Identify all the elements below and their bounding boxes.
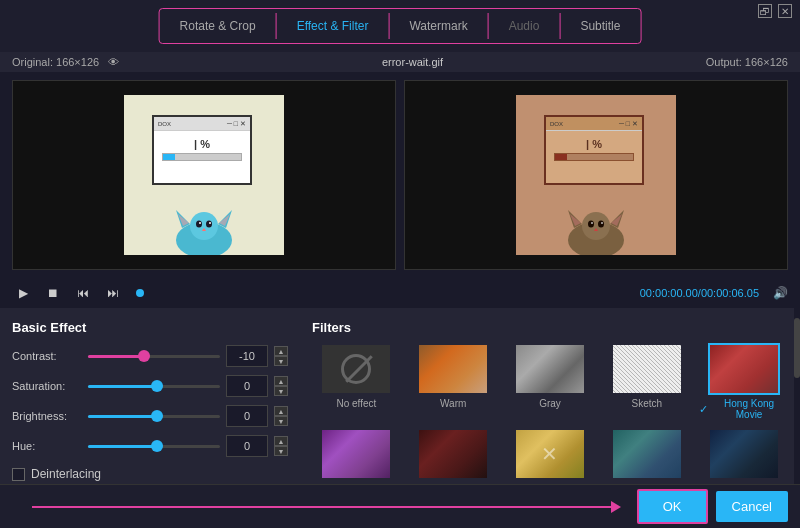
contrast-label: Contrast:: [12, 350, 82, 362]
filter-thumb-blue-dark[interactable]: [708, 428, 780, 480]
window-box-original: DOX ─ □ ✕ | %: [152, 115, 252, 185]
brightness-up[interactable]: ▲: [274, 406, 288, 416]
filename-label: error-wait.gif: [382, 56, 443, 68]
hue-row: Hue: ▲ ▼: [12, 435, 288, 457]
filter-sketch[interactable]: Sketch: [602, 343, 691, 420]
info-bar: Original: 166×126 👁 error-wait.gif Outpu…: [0, 52, 800, 72]
filter-hong-kong[interactable]: ✓ Hong Kong Movie: [699, 343, 788, 420]
filter-dark-red[interactable]: [409, 428, 498, 483]
svg-point-20: [601, 222, 603, 224]
close-button[interactable]: ✕: [778, 4, 792, 18]
filter-label-hong-kong: Hong Kong Movie: [710, 398, 788, 420]
svg-point-6: [196, 221, 202, 228]
brightness-down[interactable]: ▼: [274, 416, 288, 426]
filters-grid: No effect Warm Gray: [312, 343, 788, 483]
tab-effect-filter[interactable]: Effect & Filter: [277, 13, 390, 39]
filter-thumb-purple[interactable]: [320, 428, 392, 480]
tab-subtitle[interactable]: Subtitle: [560, 13, 640, 39]
arrow-line: [12, 501, 629, 513]
contrast-slider[interactable]: [88, 348, 220, 364]
tab-watermark[interactable]: Watermark: [389, 13, 488, 39]
filter-thumb-hong-kong[interactable]: [708, 343, 780, 395]
filter-purple[interactable]: [312, 428, 401, 483]
original-frame: DOX ─ □ ✕ | %: [124, 95, 284, 255]
saturation-row: Saturation: ▲ ▼: [12, 375, 288, 397]
filter-thumb-teal[interactable]: [611, 428, 683, 480]
saturation-down[interactable]: ▼: [274, 386, 288, 396]
contrast-value[interactable]: [226, 345, 268, 367]
svg-point-9: [209, 222, 211, 224]
filter-label-gray: Gray: [539, 398, 561, 409]
brightness-value[interactable]: [226, 405, 268, 427]
filtered-preview: DOX ─ □ ✕ | %: [404, 80, 788, 270]
hue-value[interactable]: [226, 435, 268, 457]
stop-button[interactable]: ⏹: [42, 282, 64, 304]
filter-no-effect[interactable]: No effect: [312, 343, 401, 420]
svg-point-17: [588, 221, 594, 228]
eye-icon[interactable]: 👁: [108, 56, 119, 68]
filter-cross[interactable]: [506, 428, 595, 483]
filter-thumb-cross[interactable]: [514, 428, 586, 480]
saturation-spinner[interactable]: ▲ ▼: [274, 376, 288, 396]
filter-label-sketch: Sketch: [632, 398, 663, 409]
brightness-spinner[interactable]: ▲ ▼: [274, 406, 288, 426]
filter-thumb-no-effect[interactable]: [320, 343, 392, 395]
filter-thumb-gray[interactable]: [514, 343, 586, 395]
filter-thumb-dark-red[interactable]: [417, 428, 489, 480]
hue-slider[interactable]: [88, 438, 220, 454]
saturation-label: Saturation:: [12, 380, 82, 392]
arrow-head: [611, 501, 621, 513]
progress-dot[interactable]: [136, 289, 144, 297]
hue-down[interactable]: ▼: [274, 446, 288, 456]
svg-point-7: [206, 221, 212, 228]
cancel-button[interactable]: Cancel: [716, 491, 788, 522]
saturation-value[interactable]: [226, 375, 268, 397]
filter-label-no-effect: No effect: [336, 398, 376, 409]
filter-warm[interactable]: Warm: [409, 343, 498, 420]
tab-audio: Audio: [489, 13, 561, 39]
svg-point-8: [199, 222, 201, 224]
prev-frame-button[interactable]: ⏮: [72, 282, 94, 304]
bottom-action-bar: OK Cancel: [0, 484, 800, 528]
hue-up[interactable]: ▲: [274, 436, 288, 446]
next-frame-button[interactable]: ⏭: [102, 282, 124, 304]
hue-spinner[interactable]: ▲ ▼: [274, 436, 288, 456]
filter-blue-dark[interactable]: [699, 428, 788, 483]
controls-bar: ▶ ⏹ ⏮ ⏭ 00:00:00.00/00:00:06.05 🔊: [0, 278, 800, 308]
svg-point-16: [582, 212, 610, 240]
play-button[interactable]: ▶: [12, 282, 34, 304]
contrast-spinner[interactable]: ▲ ▼: [274, 346, 288, 366]
filter-label-warm: Warm: [440, 398, 466, 409]
title-bar: 🗗 ✕: [750, 0, 800, 22]
scroll-thumb[interactable]: [794, 318, 800, 378]
main-area: Original: 166×126 👁 error-wait.gif Outpu…: [0, 52, 800, 528]
filter-thumb-warm[interactable]: [417, 343, 489, 395]
cat-svg-filtered: [556, 200, 636, 255]
svg-point-19: [591, 222, 593, 224]
saturation-up[interactable]: ▲: [274, 376, 288, 386]
deinterlace-checkbox[interactable]: [12, 468, 25, 481]
brightness-row: Brightness: ▲ ▼: [12, 405, 288, 427]
basic-effect-title: Basic Effect: [12, 320, 288, 335]
ok-button[interactable]: OK: [637, 489, 708, 524]
filter-teal[interactable]: [602, 428, 691, 483]
contrast-down[interactable]: ▼: [274, 356, 288, 366]
hue-label: Hue:: [12, 440, 82, 452]
minimize-button[interactable]: 🗗: [758, 4, 772, 18]
svg-point-5: [190, 212, 218, 240]
time-display: 00:00:00.00/00:00:06.05: [640, 287, 759, 299]
svg-point-18: [598, 221, 604, 228]
preview-area: DOX ─ □ ✕ | %: [0, 72, 800, 278]
contrast-row: Contrast: ▲ ▼: [12, 345, 288, 367]
original-preview: DOX ─ □ ✕ | %: [12, 80, 396, 270]
volume-icon[interactable]: 🔊: [773, 286, 788, 300]
saturation-slider[interactable]: [88, 378, 220, 394]
filters-title: Filters: [312, 320, 788, 335]
tab-rotate-crop[interactable]: Rotate & Crop: [160, 13, 277, 39]
brightness-slider[interactable]: [88, 408, 220, 424]
filter-thumb-sketch[interactable]: [611, 343, 683, 395]
filter-gray[interactable]: Gray: [506, 343, 595, 420]
tab-bar: Rotate & Crop Effect & Filter Watermark …: [159, 8, 642, 44]
contrast-up[interactable]: ▲: [274, 346, 288, 356]
original-resolution: Original: 166×126 👁: [12, 56, 119, 68]
